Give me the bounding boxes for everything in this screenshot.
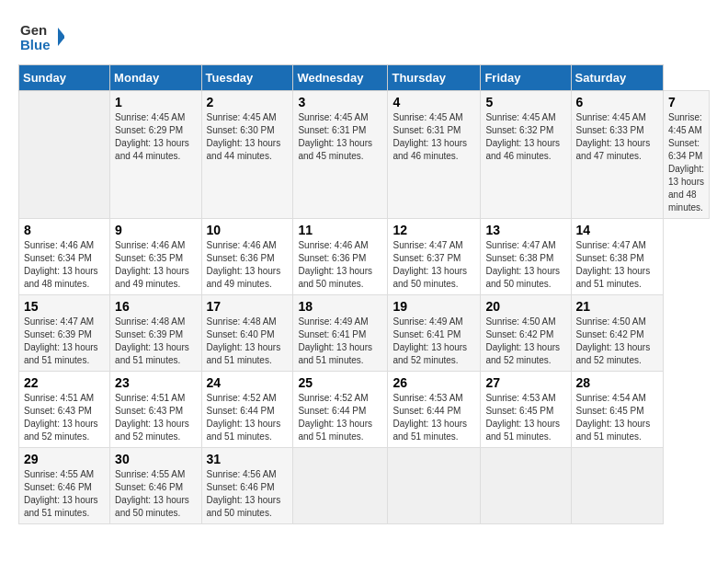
day-number: 8	[24, 223, 105, 237]
day-info: Sunrise: 4:46 AM Sunset: 6:36 PM Dayligh…	[207, 239, 289, 291]
day-number: 11	[298, 223, 382, 237]
page-header: Gen Blue	[18, 18, 710, 55]
day-info: Sunrise: 4:47 AM Sunset: 6:38 PM Dayligh…	[485, 239, 565, 291]
calendar-cell	[19, 91, 110, 219]
day-info: Sunrise: 4:46 AM Sunset: 6:35 PM Dayligh…	[115, 239, 196, 291]
calendar-table: SundayMondayTuesdayWednesdayThursdayFrid…	[18, 64, 710, 524]
calendar-cell: 21 Sunrise: 4:50 AM Sunset: 6:42 PM Dayl…	[571, 295, 663, 372]
calendar-week-row: 29 Sunrise: 4:55 AM Sunset: 6:46 PM Dayl…	[19, 448, 710, 524]
day-info: Sunrise: 4:45 AM Sunset: 6:31 PM Dayligh…	[392, 111, 475, 163]
day-number: 12	[392, 223, 475, 237]
calendar-cell: 17 Sunrise: 4:48 AM Sunset: 6:40 PM Dayl…	[201, 295, 293, 372]
day-number: 2	[207, 95, 289, 109]
day-number: 4	[392, 95, 475, 109]
calendar-week-row: 1 Sunrise: 4:45 AM Sunset: 6:29 PM Dayli…	[19, 91, 710, 219]
day-header-tuesday: Tuesday	[201, 65, 293, 91]
day-number: 5	[485, 95, 565, 109]
logo: Gen Blue	[18, 18, 70, 55]
day-info: Sunrise: 4:49 AM Sunset: 6:41 PM Dayligh…	[392, 316, 475, 367]
day-number: 31	[207, 452, 289, 466]
calendar-cell: 26 Sunrise: 4:53 AM Sunset: 6:44 PM Dayl…	[388, 372, 481, 448]
day-number: 24	[207, 375, 289, 390]
day-info: Sunrise: 4:46 AM Sunset: 6:34 PM Dayligh…	[24, 239, 105, 291]
day-number: 1	[115, 95, 196, 109]
day-info: Sunrise: 4:47 AM Sunset: 6:39 PM Dayligh…	[24, 316, 105, 367]
calendar-week-row: 15 Sunrise: 4:47 AM Sunset: 6:39 PM Dayl…	[19, 295, 710, 372]
day-number: 20	[485, 299, 565, 314]
day-header-saturday: Saturday	[571, 65, 663, 91]
day-info: Sunrise: 4:53 AM Sunset: 6:45 PM Dayligh…	[485, 392, 565, 443]
day-info: Sunrise: 4:45 AM Sunset: 6:33 PM Dayligh…	[576, 111, 658, 163]
calendar-cell	[481, 448, 571, 524]
calendar-cell: 30 Sunrise: 4:55 AM Sunset: 6:46 PM Dayl…	[110, 448, 201, 524]
day-number: 6	[576, 95, 658, 109]
calendar-cell: 10 Sunrise: 4:46 AM Sunset: 6:36 PM Dayl…	[201, 219, 293, 295]
day-number: 9	[115, 223, 196, 237]
calendar-cell: 16 Sunrise: 4:48 AM Sunset: 6:39 PM Dayl…	[110, 295, 201, 372]
day-number: 21	[576, 299, 658, 314]
day-number: 26	[392, 375, 475, 390]
day-info: Sunrise: 4:52 AM Sunset: 6:44 PM Dayligh…	[207, 392, 289, 443]
day-number: 14	[576, 223, 658, 237]
day-number: 16	[115, 299, 196, 314]
day-info: Sunrise: 4:50 AM Sunset: 6:42 PM Dayligh…	[485, 316, 565, 367]
calendar-cell: 12 Sunrise: 4:47 AM Sunset: 6:37 PM Dayl…	[388, 219, 481, 295]
day-info: Sunrise: 4:52 AM Sunset: 6:44 PM Dayligh…	[298, 392, 382, 443]
calendar-cell: 19 Sunrise: 4:49 AM Sunset: 6:41 PM Dayl…	[388, 295, 481, 372]
calendar-cell	[293, 448, 388, 524]
day-number: 18	[298, 299, 382, 314]
header-row: SundayMondayTuesdayWednesdayThursdayFrid…	[19, 65, 710, 91]
calendar-week-row: 22 Sunrise: 4:51 AM Sunset: 6:43 PM Dayl…	[19, 372, 710, 448]
calendar-cell: 2 Sunrise: 4:45 AM Sunset: 6:30 PM Dayli…	[201, 91, 293, 219]
day-info: Sunrise: 4:48 AM Sunset: 6:40 PM Dayligh…	[207, 316, 289, 367]
day-number: 30	[115, 452, 196, 466]
svg-text:Blue: Blue	[20, 37, 51, 52]
day-info: Sunrise: 4:55 AM Sunset: 6:46 PM Dayligh…	[115, 468, 196, 520]
calendar-cell: 24 Sunrise: 4:52 AM Sunset: 6:44 PM Dayl…	[201, 372, 293, 448]
day-info: Sunrise: 4:51 AM Sunset: 6:43 PM Dayligh…	[115, 392, 196, 443]
day-number: 29	[24, 452, 105, 466]
day-number: 22	[24, 375, 105, 390]
calendar-cell: 5 Sunrise: 4:45 AM Sunset: 6:32 PM Dayli…	[481, 91, 571, 219]
day-number: 28	[576, 375, 658, 390]
calendar-cell: 11 Sunrise: 4:46 AM Sunset: 6:36 PM Dayl…	[293, 219, 388, 295]
day-info: Sunrise: 4:50 AM Sunset: 6:42 PM Dayligh…	[576, 316, 658, 367]
calendar-cell: 23 Sunrise: 4:51 AM Sunset: 6:43 PM Dayl…	[110, 372, 201, 448]
calendar-cell: 9 Sunrise: 4:46 AM Sunset: 6:35 PM Dayli…	[110, 219, 201, 295]
calendar-cell: 7 Sunrise: 4:45 AM Sunset: 6:34 PM Dayli…	[664, 91, 710, 219]
day-number: 23	[115, 375, 196, 390]
day-number: 15	[24, 299, 105, 314]
day-info: Sunrise: 4:51 AM Sunset: 6:43 PM Dayligh…	[24, 392, 105, 443]
day-number: 27	[485, 375, 565, 390]
calendar-cell: 25 Sunrise: 4:52 AM Sunset: 6:44 PM Dayl…	[293, 372, 388, 448]
logo-svg: Gen Blue	[18, 18, 64, 55]
day-info: Sunrise: 4:45 AM Sunset: 6:31 PM Dayligh…	[298, 111, 382, 163]
calendar-cell: 27 Sunrise: 4:53 AM Sunset: 6:45 PM Dayl…	[481, 372, 571, 448]
day-number: 3	[298, 95, 382, 109]
day-header-monday: Monday	[110, 65, 201, 91]
day-number: 13	[485, 223, 565, 237]
svg-marker-2	[58, 28, 64, 46]
day-header-friday: Friday	[481, 65, 571, 91]
calendar-cell: 8 Sunrise: 4:46 AM Sunset: 6:34 PM Dayli…	[19, 219, 110, 295]
day-number: 10	[207, 223, 289, 237]
day-header-thursday: Thursday	[388, 65, 481, 91]
day-info: Sunrise: 4:45 AM Sunset: 6:32 PM Dayligh…	[485, 111, 565, 163]
day-info: Sunrise: 4:53 AM Sunset: 6:44 PM Dayligh…	[392, 392, 475, 443]
day-number: 7	[668, 95, 704, 109]
calendar-cell: 22 Sunrise: 4:51 AM Sunset: 6:43 PM Dayl…	[19, 372, 110, 448]
day-header-wednesday: Wednesday	[293, 65, 388, 91]
calendar-cell: 15 Sunrise: 4:47 AM Sunset: 6:39 PM Dayl…	[19, 295, 110, 372]
day-info: Sunrise: 4:49 AM Sunset: 6:41 PM Dayligh…	[298, 316, 382, 367]
calendar-cell: 4 Sunrise: 4:45 AM Sunset: 6:31 PM Dayli…	[388, 91, 481, 219]
calendar-week-row: 8 Sunrise: 4:46 AM Sunset: 6:34 PM Dayli…	[19, 219, 710, 295]
day-header-sunday: Sunday	[19, 65, 110, 91]
day-number: 19	[392, 299, 475, 314]
calendar-cell	[388, 448, 481, 524]
calendar-cell	[571, 448, 663, 524]
calendar-cell: 13 Sunrise: 4:47 AM Sunset: 6:38 PM Dayl…	[481, 219, 571, 295]
day-info: Sunrise: 4:45 AM Sunset: 6:30 PM Dayligh…	[207, 111, 289, 163]
calendar-cell: 29 Sunrise: 4:55 AM Sunset: 6:46 PM Dayl…	[19, 448, 110, 524]
day-info: Sunrise: 4:46 AM Sunset: 6:36 PM Dayligh…	[298, 239, 382, 291]
day-info: Sunrise: 4:45 AM Sunset: 6:29 PM Dayligh…	[115, 111, 196, 163]
